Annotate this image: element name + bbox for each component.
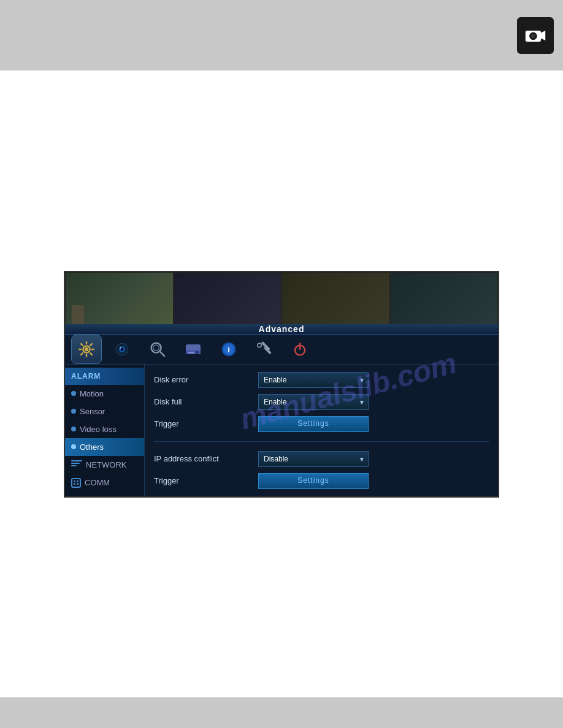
sidebar-item-others[interactable]: Others bbox=[65, 438, 144, 456]
svg-point-13 bbox=[85, 347, 88, 351]
video-loss-label: Video loss bbox=[80, 425, 117, 434]
disk-error-row: Disk error Enable Disable bbox=[154, 372, 489, 388]
network-icon bbox=[71, 460, 82, 469]
comm-icon bbox=[71, 478, 81, 488]
toolbar-power-icon[interactable] bbox=[285, 335, 315, 364]
others-dot bbox=[71, 444, 76, 449]
others-label: Others bbox=[80, 442, 104, 452]
disk-full-label: Disk full bbox=[154, 397, 252, 406]
sidebar-item-network[interactable]: NETWORK bbox=[65, 456, 144, 474]
magnifier-icon bbox=[148, 339, 167, 359]
power-icon bbox=[290, 339, 310, 359]
toolbar-tools-icon[interactable] bbox=[249, 335, 280, 364]
camera-feed-3 bbox=[282, 272, 390, 330]
icon-toolbar: i bbox=[65, 335, 498, 365]
svg-point-19 bbox=[120, 347, 121, 348]
ip-conflict-label: IP address conflict bbox=[154, 454, 252, 463]
dvr-container: Advanced bbox=[64, 271, 499, 498]
dialog-body: ALARM Motion Sensor Video loss bbox=[65, 365, 498, 498]
sidebar-item-motion[interactable]: Motion bbox=[65, 385, 144, 403]
advanced-dialog: Advanced bbox=[65, 324, 498, 498]
tools-icon bbox=[255, 339, 274, 359]
svg-text:i: i bbox=[228, 344, 230, 354]
trigger-row-1: Trigger Settings bbox=[154, 416, 489, 432]
info-icon: i bbox=[219, 339, 239, 359]
footer-bar bbox=[0, 697, 563, 728]
sidebar-item-ptz[interactable]: P.T.Z bbox=[65, 492, 144, 498]
svg-marker-3 bbox=[541, 30, 545, 40]
ip-conflict-select-wrapper[interactable]: Disable Enable bbox=[258, 451, 369, 467]
camera-feeds bbox=[65, 272, 498, 330]
ip-conflict-row: IP address conflict Disable Enable bbox=[154, 451, 489, 467]
svg-line-9 bbox=[80, 343, 83, 346]
trigger-settings-btn-1[interactable]: Settings bbox=[258, 416, 369, 432]
motion-dot bbox=[71, 391, 76, 396]
video-loss-dot bbox=[71, 427, 76, 431]
svg-point-32 bbox=[258, 343, 261, 347]
motion-label: Motion bbox=[80, 389, 104, 398]
toolbar-info-icon[interactable]: i bbox=[213, 335, 244, 364]
disk-full-select-wrapper[interactable]: Enable Disable bbox=[258, 394, 369, 410]
camera-icon-button[interactable] bbox=[517, 17, 554, 54]
sidebar-item-comm[interactable]: COMM bbox=[65, 474, 144, 492]
toolbar-search-icon[interactable] bbox=[142, 335, 173, 364]
svg-line-12 bbox=[80, 352, 83, 355]
toolbar-camera-icon[interactable] bbox=[107, 335, 137, 364]
disk-error-label: Disk error bbox=[154, 375, 252, 384]
camera-icon bbox=[524, 25, 546, 47]
trigger-row-2: Trigger Settings bbox=[154, 473, 489, 489]
sensor-label: Sensor bbox=[80, 407, 105, 416]
disk-full-select[interactable]: Enable Disable bbox=[258, 394, 369, 410]
right-content: Disk error Enable Disable Disk full bbox=[145, 365, 498, 498]
sidebar-item-video-loss[interactable]: Video loss bbox=[65, 420, 144, 438]
trigger-settings-btn-2[interactable]: Settings bbox=[258, 473, 369, 489]
svg-point-22 bbox=[153, 344, 159, 351]
network-label: NETWORK bbox=[86, 460, 126, 469]
ip-conflict-select[interactable]: Disable Enable bbox=[258, 451, 369, 467]
svg-rect-26 bbox=[188, 352, 194, 353]
svg-line-10 bbox=[90, 352, 93, 355]
comm-label: COMM bbox=[85, 478, 110, 487]
ptz-icon bbox=[71, 496, 81, 498]
trigger-label-1: Trigger bbox=[154, 419, 252, 428]
ptz-label: P.T.Z bbox=[85, 496, 102, 498]
svg-point-2 bbox=[531, 34, 535, 38]
svg-line-21 bbox=[159, 351, 164, 356]
sidebar-item-alarm[interactable]: ALARM bbox=[65, 368, 144, 385]
camera-feed-2 bbox=[174, 272, 282, 330]
main-content: Advanced bbox=[0, 70, 563, 697]
left-sidebar: ALARM Motion Sensor Video loss bbox=[65, 365, 145, 498]
sensor-dot bbox=[71, 409, 76, 414]
eye-icon bbox=[112, 339, 132, 359]
disk-full-row: Disk full Enable Disable bbox=[154, 394, 489, 410]
header-bar bbox=[0, 0, 563, 70]
disk-error-select[interactable]: Enable Disable bbox=[258, 372, 369, 388]
trigger-label-2: Trigger bbox=[154, 476, 252, 485]
alarm-label: ALARM bbox=[71, 372, 101, 381]
dialog-title-bar: Advanced bbox=[65, 324, 498, 335]
camera-feed-4 bbox=[390, 272, 499, 330]
toolbar-settings-icon[interactable] bbox=[71, 335, 102, 364]
disk-error-select-wrapper[interactable]: Enable Disable bbox=[258, 372, 369, 388]
toolbar-hdd-icon[interactable] bbox=[178, 335, 209, 364]
sidebar-item-sensor[interactable]: Sensor bbox=[65, 403, 144, 420]
hdd-icon bbox=[183, 339, 203, 359]
svg-point-25 bbox=[196, 351, 199, 354]
svg-line-11 bbox=[90, 343, 93, 346]
camera-feed-1 bbox=[65, 272, 174, 330]
dialog-title: Advanced bbox=[259, 324, 305, 334]
gear-icon bbox=[77, 339, 96, 359]
section-divider bbox=[154, 441, 489, 442]
